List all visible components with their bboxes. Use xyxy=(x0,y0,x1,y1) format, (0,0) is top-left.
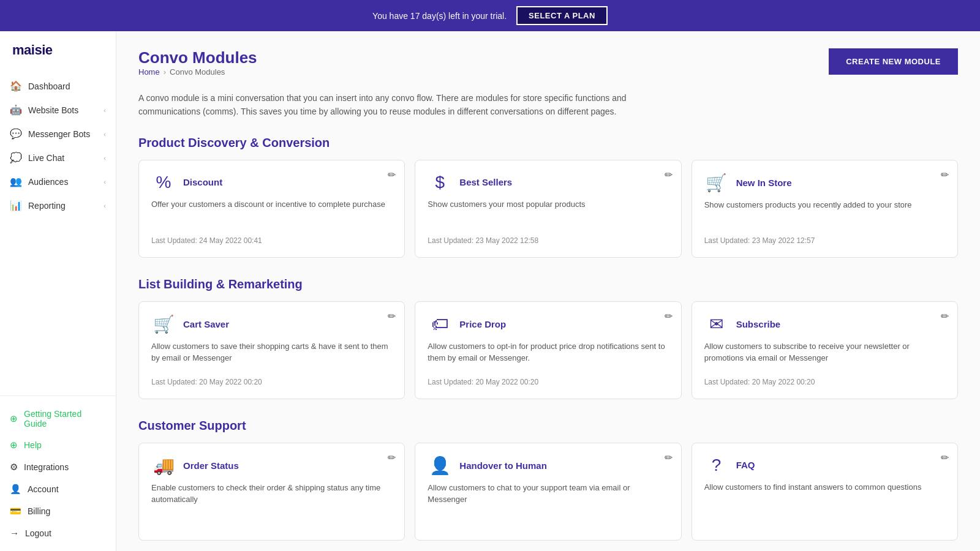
module-card-handover-to-human: 👤 Handover to Human ✏ Allow customers to… xyxy=(415,443,681,541)
create-module-button[interactable]: CREATE NEW MODULE xyxy=(829,48,958,75)
module-title-faq[interactable]: FAQ xyxy=(736,460,755,470)
module-edit-cart-saver[interactable]: ✏ xyxy=(388,310,396,322)
sidebar-item-reporting[interactable]: 📊 Reporting ‹ xyxy=(0,193,116,217)
module-edit-new-in-store[interactable]: ✏ xyxy=(941,169,949,181)
sidebar-item-audiences[interactable]: 👥 Audiences ‹ xyxy=(0,170,116,193)
sidebar-item-getting-started[interactable]: ⊕ Getting Started Guide xyxy=(0,403,116,434)
module-desc-faq: Allow customers to find instant answers … xyxy=(704,481,945,520)
section-title-product-discovery: Product Discovery & Conversion xyxy=(138,136,958,150)
billing-icon: 💳 xyxy=(10,506,21,517)
sidebar-item-live-chat[interactable]: 💭 Live Chat ‹ xyxy=(0,146,116,170)
module-footer-new-in-store: Last Updated: 23 May 2022 12:57 xyxy=(704,236,945,245)
sidebar-item-account[interactable]: 👤 Account xyxy=(0,478,116,500)
sidebar-item-logout[interactable]: → Logout xyxy=(0,522,116,544)
getting-started-icon: ⊕ xyxy=(10,413,18,424)
module-card-discount: % Discount ✏ Offer your customers a disc… xyxy=(138,160,405,258)
main-content: Convo Modules Home › Convo Modules CREAT… xyxy=(116,31,980,551)
module-title-best-sellers[interactable]: Best Sellers xyxy=(459,177,512,187)
sidebar-nav: 🏠 Dashboard 🤖 Website Bots ‹ 💬 Messenger… xyxy=(0,69,116,395)
section-title-customer-support: Customer Support xyxy=(138,419,958,433)
module-desc-new-in-store: Show customers products you recently add… xyxy=(704,199,945,229)
sidebar-label-website-bots: Website Bots xyxy=(28,105,78,115)
section-list-building: List Building & Remarketing 🛒 Cart Saver… xyxy=(138,277,958,399)
module-title-subscribe[interactable]: Subscribe xyxy=(736,319,781,329)
best-sellers-icon: $ xyxy=(428,173,452,192)
module-grid-product-discovery: % Discount ✏ Offer your customers a disc… xyxy=(138,160,958,258)
module-edit-order-status[interactable]: ✏ xyxy=(388,452,396,463)
chevron-icon-reporting: ‹ xyxy=(104,202,106,209)
module-card-subscribe: ✉ Subscribe ✏ Allow customers to subscri… xyxy=(692,301,958,399)
reporting-icon: 📊 xyxy=(10,200,22,211)
sidebar-label-billing: Billing xyxy=(28,506,50,516)
messenger-bots-icon: 💬 xyxy=(10,128,22,140)
module-card-cart-saver: 🛒 Cart Saver ✏ Allow customers to save t… xyxy=(138,301,405,399)
module-title-handover-to-human[interactable]: Handover to Human xyxy=(459,460,547,471)
module-edit-discount[interactable]: ✏ xyxy=(388,169,396,181)
module-title-cart-saver[interactable]: Cart Saver xyxy=(183,319,229,329)
sidebar-item-help[interactable]: ⊕ Help xyxy=(0,434,116,456)
website-bots-icon: 🤖 xyxy=(10,104,22,116)
section-product-discovery: Product Discovery & Conversion % Discoun… xyxy=(138,136,958,258)
section-customer-support: Customer Support 🚚 Order Status ✏ Enable… xyxy=(138,419,958,541)
module-desc-cart-saver: Allow customers to save their shopping c… xyxy=(151,340,392,370)
chevron-icon-live-chat: ‹ xyxy=(104,154,106,162)
module-title-order-status[interactable]: Order Status xyxy=(183,460,239,471)
module-edit-price-drop[interactable]: ✏ xyxy=(665,310,673,322)
module-footer-subscribe: Last Updated: 20 May 2022 00:20 xyxy=(704,378,945,386)
sidebar-bottom: ⊕ Getting Started Guide ⊕ Help ⚙ Integra… xyxy=(0,395,116,551)
module-title-discount[interactable]: Discount xyxy=(183,177,222,187)
module-title-price-drop[interactable]: Price Drop xyxy=(459,319,506,329)
module-edit-faq[interactable]: ✏ xyxy=(941,452,949,463)
order-status-icon: 🚚 xyxy=(151,455,176,476)
module-edit-handover-to-human[interactable]: ✏ xyxy=(665,452,673,463)
module-desc-discount: Offer your customers a discount or incen… xyxy=(151,198,392,229)
page-header: Convo Modules Home › Convo Modules CREAT… xyxy=(138,48,958,88)
app-logo: maisie xyxy=(0,31,116,69)
module-card-price-drop: 🏷 Price Drop ✏ Allow customers to opt-in… xyxy=(415,301,681,399)
handover-to-human-icon: 👤 xyxy=(428,455,452,476)
module-footer-best-sellers: Last Updated: 23 May 2022 12:58 xyxy=(428,236,668,245)
discount-icon: % xyxy=(151,173,176,192)
breadcrumb-separator: › xyxy=(164,67,166,77)
sidebar-label-live-chat: Live Chat xyxy=(28,153,64,163)
module-card-new-in-store: 🛒 New In Store ✏ Show customers products… xyxy=(692,160,958,258)
module-grid-customer-support: 🚚 Order Status ✏ Enable customers to che… xyxy=(138,443,958,541)
faq-icon: ? xyxy=(704,455,729,475)
module-desc-price-drop: Allow customers to opt-in for product pr… xyxy=(428,340,668,370)
module-footer-price-drop: Last Updated: 20 May 2022 00:20 xyxy=(428,378,668,386)
section-title-list-building: List Building & Remarketing xyxy=(138,277,958,291)
cart-saver-icon: 🛒 xyxy=(151,314,176,334)
module-edit-best-sellers[interactable]: ✏ xyxy=(665,169,673,181)
sidebar-label-messenger-bots: Messenger Bots xyxy=(28,129,90,139)
sidebar-label-dashboard: Dashboard xyxy=(28,81,70,91)
help-icon: ⊕ xyxy=(10,440,18,451)
module-desc-best-sellers: Show customers your most popular product… xyxy=(428,198,668,229)
module-desc-handover-to-human: Allow customers to chat to your support … xyxy=(428,482,668,520)
module-card-order-status: 🚚 Order Status ✏ Enable customers to che… xyxy=(138,443,405,541)
module-title-new-in-store[interactable]: New In Store xyxy=(736,178,792,188)
dashboard-icon: 🏠 xyxy=(10,80,22,92)
module-desc-order-status: Enable customers to check their order & … xyxy=(151,482,392,520)
account-icon: 👤 xyxy=(10,484,21,495)
sections-container: Product Discovery & Conversion % Discoun… xyxy=(138,136,958,541)
logout-icon: → xyxy=(10,528,19,538)
subscribe-icon: ✉ xyxy=(704,314,729,334)
module-edit-subscribe[interactable]: ✏ xyxy=(941,310,949,322)
sidebar-label-integrations: Integrations xyxy=(24,462,69,472)
sidebar-item-website-bots[interactable]: 🤖 Website Bots ‹ xyxy=(0,98,116,122)
breadcrumb-current: Convo Modules xyxy=(170,67,225,77)
module-footer-discount: Last Updated: 24 May 2022 00:41 xyxy=(151,236,392,245)
sidebar-item-billing[interactable]: 💳 Billing xyxy=(0,500,116,522)
sidebar: maisie 🏠 Dashboard 🤖 Website Bots ‹ 💬 Me… xyxy=(0,31,116,551)
select-plan-button[interactable]: SELECT A PLAN xyxy=(516,6,608,25)
chevron-icon-messenger-bots: ‹ xyxy=(104,130,106,138)
breadcrumb-home[interactable]: Home xyxy=(138,67,160,77)
sidebar-item-dashboard[interactable]: 🏠 Dashboard xyxy=(0,74,116,98)
sidebar-item-integrations[interactable]: ⚙ Integrations xyxy=(0,456,116,478)
sidebar-label-reporting: Reporting xyxy=(28,201,66,211)
page-title: Convo Modules xyxy=(138,48,257,67)
sidebar-label-audiences: Audiences xyxy=(28,177,68,187)
chevron-icon-website-bots: ‹ xyxy=(104,107,106,114)
module-footer-cart-saver: Last Updated: 20 May 2022 00:20 xyxy=(151,378,392,386)
sidebar-item-messenger-bots[interactable]: 💬 Messenger Bots ‹ xyxy=(0,122,116,146)
